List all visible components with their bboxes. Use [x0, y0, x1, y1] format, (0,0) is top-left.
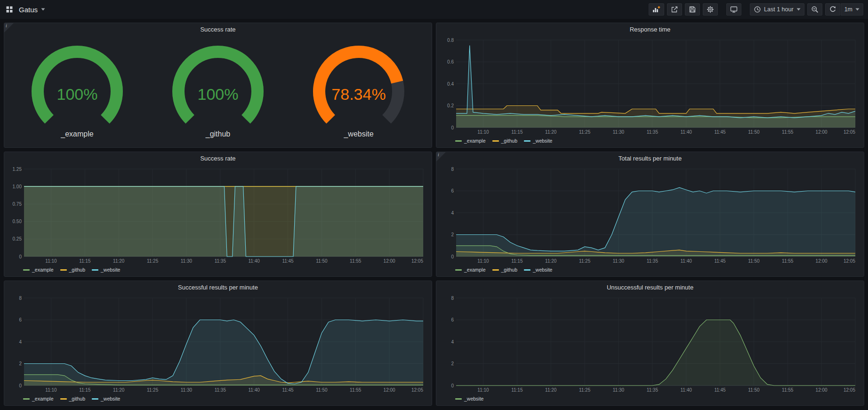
panel-title[interactable]: Total results per minute	[619, 155, 682, 162]
panel-header: Total results per minute	[436, 152, 864, 164]
gauge-value: 100%	[57, 85, 98, 103]
svg-text:11:55: 11:55	[350, 258, 362, 264]
zoom-out-icon	[811, 6, 819, 13]
svg-text:11:25: 11:25	[579, 129, 591, 135]
legend-color-swatch	[23, 269, 30, 271]
chart-svg: 11:1011:1511:2011:2511:3011:3511:4011:45…	[439, 164, 861, 265]
apps-grid-icon	[6, 6, 13, 13]
legend-item[interactable]: _github	[60, 267, 85, 273]
response-time-chart[interactable]: 11:1011:1511:2011:2511:3011:3511:4011:45…	[439, 35, 861, 136]
legend-item[interactable]: _example	[455, 138, 486, 144]
gauge-svg: 100%_github	[150, 41, 286, 139]
legend-color-swatch	[492, 269, 499, 271]
legend-item[interactable]: _website	[524, 138, 552, 144]
panel-title[interactable]: Response time	[630, 26, 671, 33]
gauge-_website: 78.34%_website	[290, 41, 427, 139]
svg-text:11:25: 11:25	[579, 258, 591, 264]
svg-text:6: 6	[19, 317, 22, 322]
successful-results-chart[interactable]: 11:1011:1511:2011:2511:3011:3511:4011:45…	[7, 293, 429, 394]
legend-color-swatch	[60, 269, 67, 271]
legend-item[interactable]: _example	[23, 267, 54, 273]
svg-text:8: 8	[451, 167, 454, 172]
save-button[interactable]	[685, 3, 700, 16]
time-range-button[interactable]: Last 1 hour	[750, 3, 804, 16]
cycle-view-button[interactable]	[726, 3, 741, 16]
refresh-group: 1m	[825, 3, 863, 16]
svg-text:11:40: 11:40	[249, 387, 260, 393]
refresh-interval-button[interactable]: 1m	[841, 3, 863, 16]
refresh-interval-label: 1m	[844, 6, 852, 13]
svg-text:12:05: 12:05	[844, 129, 855, 135]
add-panel-button[interactable]	[649, 3, 664, 16]
legend-item[interactable]: _github	[60, 396, 85, 402]
gauge-row: 100%_example100%_github78.34%_website	[7, 35, 429, 145]
navbar-right: Last 1 hour 1m	[646, 3, 863, 16]
panel-title[interactable]: Unsuccessful results per minute	[607, 284, 693, 291]
svg-text:2: 2	[19, 361, 22, 366]
refresh-button[interactable]	[825, 3, 840, 16]
svg-text:11:55: 11:55	[350, 387, 362, 393]
share-button[interactable]	[667, 3, 682, 16]
legend-series-label: _website	[533, 138, 552, 144]
panel-title[interactable]: Successful results per minute	[178, 284, 258, 291]
panel-body: 11:1011:1511:2011:2511:3011:3511:4011:45…	[436, 164, 864, 276]
legend-item[interactable]: _website	[524, 267, 552, 273]
legend-item[interactable]: _github	[492, 138, 517, 144]
legend-item[interactable]: _example	[455, 267, 486, 273]
svg-text:4: 4	[19, 339, 22, 345]
zoom-out-button[interactable]	[807, 3, 822, 16]
legend-item[interactable]: _website	[455, 396, 483, 402]
svg-text:2: 2	[451, 232, 454, 237]
svg-text:11:45: 11:45	[282, 387, 294, 393]
dashboard-title-button[interactable]: Gatus	[18, 4, 46, 16]
svg-text:11:35: 11:35	[215, 387, 226, 393]
svg-text:11:15: 11:15	[511, 129, 523, 135]
unsuccessful-results-chart[interactable]: 11:1011:1511:2011:2511:3011:3511:4011:45…	[439, 293, 861, 394]
dashboard-title: Gatus	[19, 6, 38, 14]
svg-text:12:05: 12:05	[844, 258, 855, 264]
add-panel-icon	[652, 6, 660, 13]
svg-text:0.8: 0.8	[447, 38, 454, 43]
svg-text:11:30: 11:30	[181, 258, 193, 264]
legend-color-swatch	[60, 398, 67, 400]
svg-text:11:35: 11:35	[647, 387, 659, 393]
svg-text:0.4: 0.4	[447, 81, 454, 87]
legend-color-swatch	[524, 269, 530, 271]
svg-text:11:25: 11:25	[579, 387, 591, 393]
legend-color-swatch	[455, 269, 462, 271]
chart-svg: 11:1011:1511:2011:2511:3011:3511:4011:45…	[7, 164, 429, 265]
success-rate-chart[interactable]: 11:1011:1511:2011:2511:3011:3511:4011:45…	[7, 164, 429, 265]
legend-color-swatch	[92, 398, 98, 400]
panel-info-icon[interactable]: i	[436, 152, 446, 161]
panel-header: Success rate	[4, 152, 432, 164]
svg-text:11:20: 11:20	[545, 258, 557, 264]
settings-button[interactable]	[703, 3, 718, 16]
svg-text:12:05: 12:05	[411, 258, 423, 264]
apps-grid-button[interactable]	[5, 4, 14, 15]
svg-text:12:05: 12:05	[844, 387, 855, 393]
panel-body: 11:1011:1511:2011:2511:3011:3511:4011:45…	[4, 293, 432, 405]
panel-title[interactable]: Success rate	[200, 26, 235, 33]
total-results-chart[interactable]: 11:1011:1511:2011:2511:3011:3511:4011:45…	[439, 164, 861, 265]
svg-text:11:55: 11:55	[782, 129, 794, 135]
legend-item[interactable]: _website	[92, 396, 120, 402]
chart-svg: 11:1011:1511:2011:2511:3011:3511:4011:45…	[439, 35, 861, 136]
svg-text:11:55: 11:55	[782, 387, 794, 393]
panel-info-icon[interactable]: i	[4, 23, 14, 32]
gauge-svg: 78.34%_website	[290, 41, 427, 139]
panel-title[interactable]: Success rate	[200, 155, 235, 162]
svg-text:11:10: 11:10	[477, 387, 489, 393]
chart-svg: 11:1011:1511:2011:2511:3011:3511:4011:45…	[7, 293, 429, 394]
svg-text:11:45: 11:45	[714, 258, 726, 264]
legend-item[interactable]: _example	[23, 396, 54, 402]
legend-series-label: _github	[501, 267, 517, 273]
svg-text:12:00: 12:00	[816, 258, 828, 264]
legend-item[interactable]: _website	[92, 267, 120, 273]
legend-item[interactable]: _github	[492, 267, 517, 273]
svg-text:11:20: 11:20	[545, 129, 557, 135]
panel-unsuccessful-results: Unsuccessful results per minute 11:1011:…	[436, 281, 864, 406]
cycle-view-monitor-icon	[730, 6, 738, 13]
svg-text:11:25: 11:25	[147, 387, 159, 393]
svg-text:11:30: 11:30	[613, 258, 625, 264]
legend-series-label: _website	[101, 396, 120, 402]
